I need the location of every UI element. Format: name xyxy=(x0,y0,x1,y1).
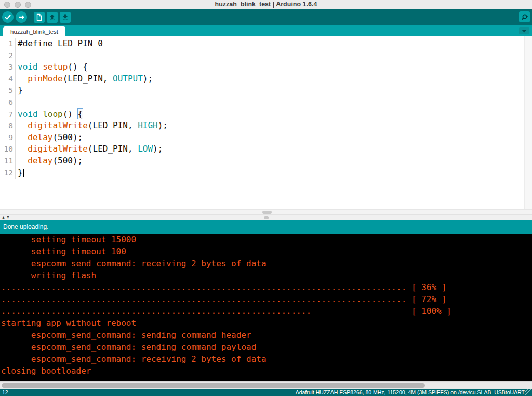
code-line: 2 xyxy=(0,50,524,62)
code-line: 8 digitalWrite(LED_PIN, HIGH); xyxy=(0,120,524,132)
new-sketch-button[interactable] xyxy=(34,12,45,23)
console-output[interactable]: setting timeout 15000 setting timeout 10… xyxy=(0,234,532,381)
line-number: 7 xyxy=(0,108,16,120)
save-sketch-button[interactable] xyxy=(60,12,71,23)
code-line: 3void setup() { xyxy=(0,61,524,73)
console-line: setting timeout 100 xyxy=(1,245,532,257)
console-line: writing flash xyxy=(1,269,532,281)
tab-menu-button[interactable] xyxy=(519,27,529,34)
line-number: 11 xyxy=(0,155,16,167)
line-number: 3 xyxy=(0,61,16,73)
bottom-status-bar: 12 Adafruit HUZZAH ESP8266, 80 MHz, 1152… xyxy=(0,389,532,396)
editor-console-splitter[interactable]: ▲▼ xyxy=(0,214,532,220)
code-line: 5} xyxy=(0,85,524,97)
line-number: 12 xyxy=(0,167,16,179)
editor-horizontal-scrollbar[interactable] xyxy=(0,209,532,214)
scrollbar-thumb[interactable] xyxy=(262,211,272,214)
console-line: espcomm_send_command: sending command he… xyxy=(1,329,532,341)
arrow-down-icon xyxy=(61,13,69,21)
console-line: ........................................… xyxy=(1,281,532,293)
console-line: starting app without reboot xyxy=(1,317,532,329)
code-line: 1#define LED_PIN 0 xyxy=(0,38,524,50)
verify-button[interactable] xyxy=(2,11,14,23)
code-line: 10 digitalWrite(LED_PIN, LOW); xyxy=(0,143,524,155)
line-number: 1 xyxy=(0,38,16,50)
code-line: 7void loop() { xyxy=(0,108,524,120)
line-number: 4 xyxy=(0,73,16,85)
cursor-line-indicator: 12 xyxy=(2,389,8,395)
code-line: 11 delay(500); xyxy=(0,155,524,167)
status-message: Done uploading. xyxy=(3,223,48,230)
line-number: 9 xyxy=(0,132,16,144)
arrow-right-icon xyxy=(17,13,25,21)
line-number: 8 xyxy=(0,120,16,132)
text-caret xyxy=(23,169,24,177)
editor-lines[interactable]: 1#define LED_PIN 023void setup() {4 pinM… xyxy=(0,36,524,209)
status-message-bar: Done uploading. xyxy=(0,220,532,234)
code-line: 12} xyxy=(0,167,524,179)
arduino-ide-window: huzzah_blink_test | Arduino 1.6.4 xyxy=(0,0,532,396)
console-line: setting timeout 15000 xyxy=(1,234,532,245)
checkmark-icon xyxy=(4,13,12,21)
window-title: huzzah_blink_test | Arduino 1.6.4 xyxy=(0,1,532,8)
window-resize-grip[interactable] xyxy=(525,389,532,396)
magnifier-icon xyxy=(521,13,529,21)
console-line: ........................................… xyxy=(1,305,532,317)
document-icon xyxy=(35,13,43,21)
tab-label: huzzah_blink_test xyxy=(10,29,58,35)
console-horizontal-scrollbar[interactable] xyxy=(0,381,532,389)
code-line: 6 xyxy=(0,97,524,108)
line-number: 6 xyxy=(0,97,16,108)
console-line: espcomm_send_command: receiving 2 bytes … xyxy=(1,257,532,269)
console-line: closing bootloader xyxy=(1,365,532,377)
tab-bar: huzzah_blink_test xyxy=(0,25,532,36)
tab-huzzah-blink-test[interactable]: huzzah_blink_test xyxy=(3,26,65,36)
arrow-up-icon xyxy=(48,13,56,21)
title-bar: huzzah_blink_test | Arduino 1.6.4 xyxy=(0,0,532,9)
editor-area: 1#define LED_PIN 023void setup() {4 pinM… xyxy=(0,36,532,209)
chevron-down-icon xyxy=(522,29,527,33)
code-line: 4 pinMode(LED_PIN, OUTPUT); xyxy=(0,73,524,85)
board-port-info: Adafruit HUZZAH ESP8266, 80 MHz, 115200,… xyxy=(296,389,525,395)
console-line: ........................................… xyxy=(1,293,532,305)
line-number: 2 xyxy=(0,50,16,62)
line-number: 10 xyxy=(0,143,16,155)
console-line: espcomm_send_command: receiving 2 bytes … xyxy=(1,353,532,365)
code-line: 9 delay(500); xyxy=(0,132,524,144)
scrollbar-thumb[interactable] xyxy=(2,383,425,388)
toolbar xyxy=(0,9,532,25)
serial-monitor-button[interactable] xyxy=(519,11,530,22)
splitter-collapse-icons[interactable]: ▲▼ xyxy=(2,215,11,220)
open-sketch-button[interactable] xyxy=(47,12,58,23)
editor-vertical-scrollbar[interactable] xyxy=(524,36,532,209)
line-number: 5 xyxy=(0,85,16,97)
splitter-grip[interactable] xyxy=(264,216,269,219)
console-line: espcomm_send_command: sending command pa… xyxy=(1,341,532,353)
upload-button[interactable] xyxy=(16,11,27,23)
